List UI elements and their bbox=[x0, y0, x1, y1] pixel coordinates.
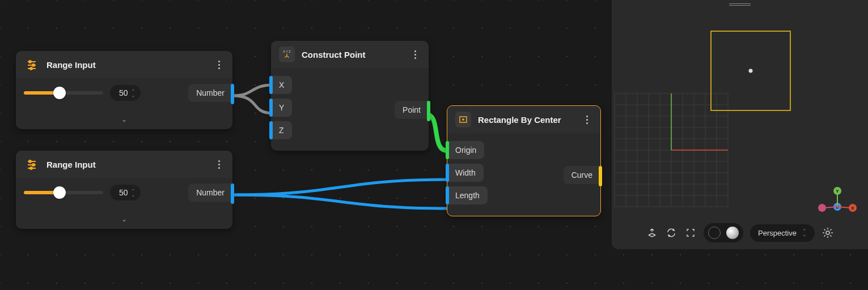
node-title: Range Input bbox=[46, 60, 206, 70]
expand-chevron-icon[interactable]: ⌄ bbox=[16, 112, 232, 129]
port-marker bbox=[599, 166, 602, 186]
slider-thumb[interactable] bbox=[53, 186, 66, 199]
svg-point-5 bbox=[30, 67, 32, 70]
node-range-input-2[interactable]: Range Input 50 ⌃⌄ Number ⌄ bbox=[16, 151, 232, 229]
stepper-up-icon[interactable]: ⌃ bbox=[132, 89, 135, 93]
axes-gizmo[interactable]: Y Z X bbox=[815, 187, 860, 215]
shaded-mode-icon[interactable] bbox=[726, 227, 739, 239]
svg-point-41 bbox=[749, 69, 753, 73]
port-marker bbox=[269, 121, 273, 139]
node-construct-point[interactable]: X Y Z Construct Point X Y Z Point bbox=[271, 41, 429, 151]
svg-line-15 bbox=[287, 56, 289, 58]
port-marker bbox=[269, 76, 273, 94]
output-label: Point bbox=[403, 105, 421, 114]
node-canvas[interactable]: Range Input 50 ⌃⌄ Number ⌄ bbox=[0, 0, 868, 290]
svg-point-45 bbox=[826, 231, 829, 234]
wireframe-mode-icon[interactable] bbox=[708, 227, 721, 239]
node-title: Rectangle By Center bbox=[478, 115, 574, 125]
expand-chevron-icon[interactable]: ⌄ bbox=[16, 212, 232, 229]
select-arrows-icon: ⌃⌄ bbox=[802, 229, 807, 236]
input-label: X bbox=[271, 76, 292, 94]
port-marker bbox=[446, 186, 449, 204]
number-value: 50 bbox=[119, 188, 128, 197]
node-title: Construct Point bbox=[302, 50, 403, 59]
stepper[interactable]: ⌃⌄ bbox=[132, 89, 135, 97]
output-label: Curve bbox=[571, 170, 592, 180]
fit-view-icon[interactable] bbox=[646, 227, 658, 239]
number-input[interactable]: 50 ⌃⌄ bbox=[110, 185, 141, 201]
viewport-toolbar: Perspective ⌃⌄ bbox=[612, 223, 868, 242]
node-menu-button[interactable] bbox=[581, 114, 592, 125]
view-mode-select[interactable]: Perspective ⌃⌄ bbox=[750, 224, 815, 242]
sliders-icon bbox=[24, 57, 40, 72]
port-marker bbox=[446, 164, 449, 182]
svg-point-9 bbox=[32, 164, 35, 166]
shading-toggle[interactable] bbox=[704, 223, 743, 242]
svg-point-1 bbox=[29, 61, 31, 63]
node-title: Range Input bbox=[46, 160, 206, 169]
node-header: Rectangle By Center bbox=[447, 106, 600, 133]
svg-line-14 bbox=[285, 56, 287, 58]
output-port-point[interactable]: Point bbox=[395, 101, 429, 119]
node-header: X Y Z Construct Point bbox=[271, 41, 429, 68]
output-label: Number bbox=[196, 88, 225, 97]
node-header: Range Input bbox=[16, 151, 232, 178]
input-label: Y bbox=[271, 99, 292, 117]
output-port-number[interactable]: Number bbox=[188, 84, 232, 102]
xyz-icon: X Y Z bbox=[279, 46, 295, 62]
node-range-input-1[interactable]: Range Input 50 ⌃⌄ Number ⌄ bbox=[16, 51, 232, 129]
svg-line-44 bbox=[824, 207, 837, 208]
input-port-length[interactable]: Length bbox=[447, 186, 600, 204]
svg-point-11 bbox=[30, 167, 32, 169]
rectangle-center-icon bbox=[455, 112, 471, 127]
input-label: Origin bbox=[447, 141, 484, 159]
refresh-icon[interactable] bbox=[665, 227, 678, 239]
svg-point-7 bbox=[29, 160, 31, 163]
input-label: Z bbox=[271, 121, 292, 139]
node-menu-button[interactable] bbox=[213, 59, 225, 70]
svg-text:X Y Z: X Y Z bbox=[283, 50, 291, 53]
viewport-panel[interactable]: Y Z X Perspective ⌃⌄ bbox=[612, 0, 868, 249]
output-port-curve[interactable]: Curve bbox=[564, 166, 600, 184]
number-input[interactable]: 50 ⌃⌄ bbox=[110, 85, 141, 101]
input-label: Length bbox=[447, 186, 488, 204]
port-marker bbox=[231, 184, 234, 204]
input-port-z[interactable]: Z bbox=[271, 121, 429, 139]
port-marker bbox=[427, 101, 430, 121]
input-port-x[interactable]: X bbox=[271, 76, 429, 94]
stepper-down-icon[interactable]: ⌄ bbox=[132, 193, 135, 197]
output-port-number[interactable]: Number bbox=[188, 184, 232, 202]
number-value: 50 bbox=[119, 88, 128, 97]
svg-point-3 bbox=[32, 64, 35, 66]
stepper[interactable]: ⌃⌄ bbox=[132, 189, 135, 197]
input-port-origin[interactable]: Origin bbox=[447, 141, 600, 159]
port-marker bbox=[269, 99, 273, 117]
node-rectangle-by-center[interactable]: Rectangle By Center Origin Width Length … bbox=[447, 105, 601, 216]
stepper-up-icon[interactable]: ⌃ bbox=[132, 189, 135, 193]
view-mode-label: Perspective bbox=[758, 229, 797, 237]
slider-thumb[interactable] bbox=[53, 87, 66, 99]
port-marker bbox=[231, 84, 234, 104]
slider[interactable] bbox=[24, 191, 103, 194]
node-header: Range Input bbox=[16, 51, 232, 78]
node-menu-button[interactable] bbox=[409, 49, 421, 60]
viewport-scene[interactable] bbox=[612, 0, 868, 210]
node-menu-button[interactable] bbox=[213, 159, 225, 170]
settings-gear-icon[interactable] bbox=[822, 227, 834, 239]
fullscreen-icon[interactable] bbox=[684, 227, 697, 239]
port-marker bbox=[446, 141, 449, 159]
sliders-icon bbox=[24, 156, 40, 172]
slider[interactable] bbox=[24, 91, 103, 95]
stepper-down-icon[interactable]: ⌄ bbox=[132, 93, 135, 97]
input-label: Width bbox=[447, 164, 484, 182]
svg-line-43 bbox=[837, 207, 851, 208]
output-label: Number bbox=[196, 188, 225, 197]
